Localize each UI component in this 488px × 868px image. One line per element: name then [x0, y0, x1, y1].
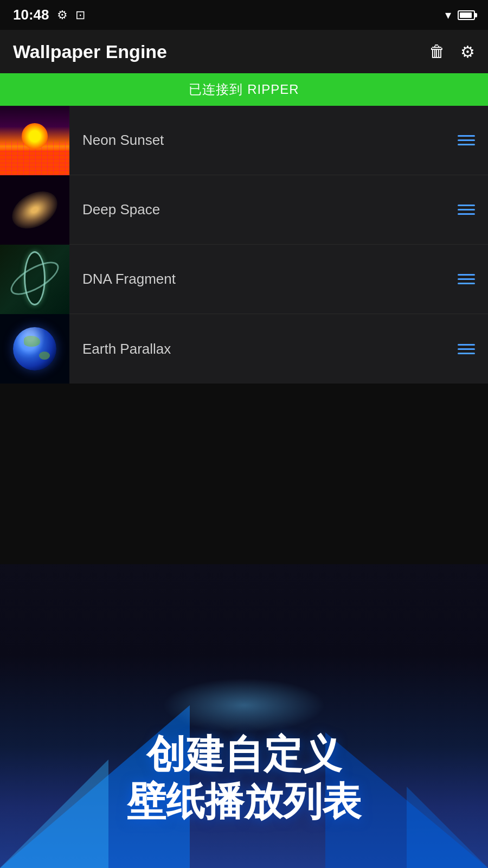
- status-left: 10:48 ⚙ ⊡: [13, 7, 85, 23]
- thumbnail-neon-sunset: [0, 106, 69, 175]
- wifi-icon: ▾: [445, 8, 451, 22]
- promo-line1: 创建自定义: [0, 731, 488, 777]
- app-title: Wallpaper Engine: [13, 41, 167, 62]
- glow-effect: [163, 678, 325, 732]
- wallpaper-name-deep-space: Deep Space: [69, 201, 458, 218]
- wallpaper-name-dna-fragment: DNA Fragment: [69, 271, 458, 288]
- thumbnail-dna-fragment: [0, 245, 69, 314]
- wallpaper-item-neon-sunset[interactable]: Neon Sunset: [0, 106, 488, 175]
- delete-button[interactable]: 🗑: [429, 42, 445, 61]
- promo-banner: 创建自定义 壁纸播放列表: [0, 564, 488, 868]
- connection-text: 已连接到 RIPPER: [189, 81, 299, 98]
- wallpaper-item-deep-space[interactable]: Deep Space: [0, 175, 488, 245]
- promo-line2: 壁纸播放列表: [0, 778, 488, 825]
- battery-icon: [458, 10, 475, 20]
- wallpaper-item-dna-fragment[interactable]: DNA Fragment: [0, 245, 488, 314]
- app-bar: Wallpaper Engine 🗑 ⚙: [0, 30, 488, 73]
- settings-button[interactable]: ⚙: [460, 42, 475, 61]
- thumbnail-deep-space: [0, 175, 69, 245]
- wallpaper-list: Neon Sunset Deep Space DNA Fragment: [0, 106, 488, 384]
- wallpaper-name-neon-sunset: Neon Sunset: [69, 132, 458, 149]
- menu-icon-neon-sunset[interactable]: [458, 135, 475, 145]
- wallpaper-item-earth-parallax[interactable]: Earth Parallax: [0, 314, 488, 384]
- status-time: 10:48: [13, 7, 49, 23]
- thumbnail-earth-parallax: [0, 314, 69, 384]
- settings-status-icon: ⚙: [57, 8, 68, 22]
- camera-status-icon: ⊡: [75, 8, 85, 22]
- app-bar-actions: 🗑 ⚙: [429, 42, 475, 61]
- wallpaper-name-earth-parallax: Earth Parallax: [69, 341, 458, 358]
- status-bar: 10:48 ⚙ ⊡ ▾: [0, 0, 488, 30]
- menu-icon-dna-fragment[interactable]: [458, 274, 475, 284]
- menu-icon-deep-space[interactable]: [458, 205, 475, 215]
- connection-banner: 已连接到 RIPPER: [0, 73, 488, 106]
- menu-icon-earth-parallax[interactable]: [458, 344, 475, 354]
- promo-text: 创建自定义 壁纸播放列表: [0, 731, 488, 825]
- status-right: ▾: [445, 8, 475, 22]
